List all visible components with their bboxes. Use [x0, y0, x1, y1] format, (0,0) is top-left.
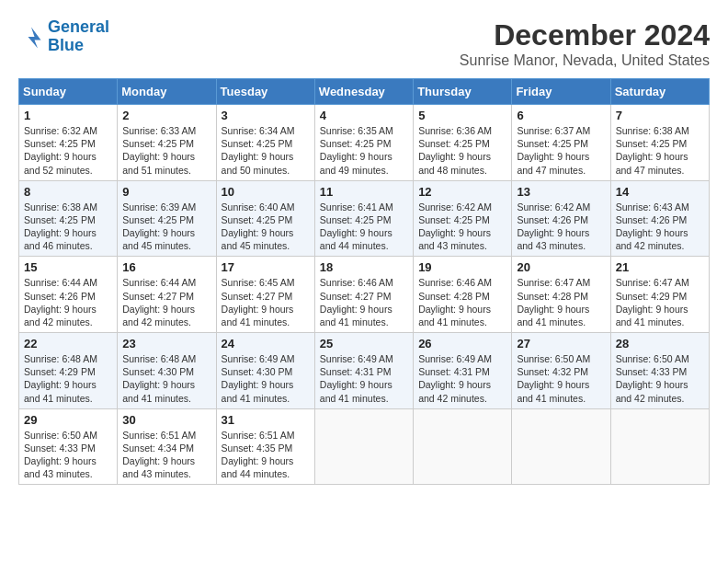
- logo-text: General Blue: [48, 18, 109, 55]
- day-number: 17: [222, 260, 310, 274]
- page-container: General Blue December 2024 Sunrise Manor…: [18, 18, 710, 485]
- calendar-cell: 2 Sunrise: 6:33 AMSunset: 4:25 PMDayligh…: [118, 105, 216, 181]
- day-number: 24: [222, 337, 310, 350]
- calendar-cell: 5 Sunrise: 6:36 AMSunset: 4:25 PMDayligh…: [414, 105, 512, 181]
- week-row-2: 8 Sunrise: 6:38 AMSunset: 4:25 PMDayligh…: [19, 180, 710, 257]
- calendar-cell: 8 Sunrise: 6:38 AMSunset: 4:25 PMDayligh…: [19, 180, 118, 257]
- day-info: Sunrise: 6:43 AMSunset: 4:26 PMDaylight:…: [616, 201, 689, 252]
- day-info: Sunrise: 6:46 AMSunset: 4:27 PMDaylight:…: [320, 277, 393, 327]
- calendar-cell: 3 Sunrise: 6:34 AMSunset: 4:25 PMDayligh…: [216, 105, 314, 181]
- col-tuesday: Tuesday: [216, 79, 314, 105]
- col-saturday: Saturday: [610, 79, 709, 105]
- day-number: 20: [517, 260, 605, 274]
- day-number: 12: [418, 185, 506, 199]
- day-number: 11: [320, 185, 408, 199]
- calendar-cell: 20 Sunrise: 6:47 AMSunset: 4:28 PMDaylig…: [512, 257, 610, 333]
- day-number: 13: [517, 185, 605, 199]
- logo: General Blue: [18, 18, 109, 55]
- main-title: December 2024: [460, 18, 710, 52]
- day-info: Sunrise: 6:44 AMSunset: 4:27 PMDaylight:…: [122, 277, 196, 327]
- calendar-cell: 31 Sunrise: 6:51 AMSunset: 4:35 PMDaylig…: [216, 408, 314, 485]
- day-number: 28: [616, 337, 704, 350]
- calendar-cell: 29 Sunrise: 6:50 AMSunset: 4:33 PMDaylig…: [19, 408, 118, 485]
- day-info: Sunrise: 6:47 AMSunset: 4:29 PMDaylight:…: [616, 277, 689, 327]
- calendar-table: Sunday Monday Tuesday Wednesday Thursday…: [18, 78, 710, 485]
- calendar-cell: 1 Sunrise: 6:32 AMSunset: 4:25 PMDayligh…: [19, 105, 118, 181]
- col-sunday: Sunday: [19, 79, 118, 105]
- calendar-cell: 19 Sunrise: 6:46 AMSunset: 4:28 PMDaylig…: [414, 257, 512, 333]
- col-wednesday: Wednesday: [314, 79, 413, 105]
- day-number: 5: [418, 109, 506, 122]
- day-info: Sunrise: 6:49 AMSunset: 4:31 PMDaylight:…: [320, 353, 393, 404]
- calendar-cell: 7 Sunrise: 6:38 AMSunset: 4:25 PMDayligh…: [610, 105, 709, 181]
- calendar-cell: 24 Sunrise: 6:49 AMSunset: 4:30 PMDaylig…: [216, 333, 314, 409]
- day-number: 4: [320, 109, 408, 122]
- day-info: Sunrise: 6:38 AMSunset: 4:25 PMDaylight:…: [24, 201, 97, 252]
- calendar-cell: 16 Sunrise: 6:44 AMSunset: 4:27 PMDaylig…: [118, 257, 216, 333]
- calendar-cell: 4 Sunrise: 6:35 AMSunset: 4:25 PMDayligh…: [314, 105, 413, 181]
- day-info: Sunrise: 6:50 AMSunset: 4:33 PMDaylight:…: [24, 430, 97, 480]
- day-info: Sunrise: 6:51 AMSunset: 4:34 PMDaylight:…: [122, 430, 196, 480]
- day-info: Sunrise: 6:33 AMSunset: 4:25 PMDaylight:…: [122, 125, 196, 176]
- calendar-cell: [610, 408, 709, 485]
- calendar-cell: 26 Sunrise: 6:49 AMSunset: 4:31 PMDaylig…: [414, 333, 512, 409]
- col-thursday: Thursday: [414, 79, 512, 105]
- week-row-5: 29 Sunrise: 6:50 AMSunset: 4:33 PMDaylig…: [19, 408, 710, 485]
- calendar-cell: 10 Sunrise: 6:40 AMSunset: 4:25 PMDaylig…: [216, 180, 314, 257]
- day-number: 26: [418, 337, 506, 350]
- calendar-cell: 25 Sunrise: 6:49 AMSunset: 4:31 PMDaylig…: [314, 333, 413, 409]
- calendar-cell: 6 Sunrise: 6:37 AMSunset: 4:25 PMDayligh…: [512, 105, 610, 181]
- day-number: 14: [616, 185, 704, 199]
- day-info: Sunrise: 6:39 AMSunset: 4:25 PMDaylight:…: [122, 201, 196, 252]
- day-number: 8: [24, 185, 112, 199]
- calendar-cell: 18 Sunrise: 6:46 AMSunset: 4:27 PMDaylig…: [314, 257, 413, 333]
- day-number: 21: [616, 260, 704, 274]
- calendar-cell: 17 Sunrise: 6:45 AMSunset: 4:27 PMDaylig…: [216, 257, 314, 333]
- calendar-cell: [512, 408, 610, 485]
- day-number: 27: [517, 337, 605, 350]
- calendar-cell: 11 Sunrise: 6:41 AMSunset: 4:25 PMDaylig…: [314, 180, 413, 257]
- day-info: Sunrise: 6:46 AMSunset: 4:28 PMDaylight:…: [418, 277, 492, 327]
- header: General Blue December 2024 Sunrise Manor…: [18, 18, 710, 69]
- day-info: Sunrise: 6:50 AMSunset: 4:33 PMDaylight:…: [616, 353, 689, 404]
- calendar-cell: 27 Sunrise: 6:50 AMSunset: 4:32 PMDaylig…: [512, 333, 610, 409]
- calendar-cell: 14 Sunrise: 6:43 AMSunset: 4:26 PMDaylig…: [610, 180, 709, 257]
- calendar-cell: 12 Sunrise: 6:42 AMSunset: 4:25 PMDaylig…: [414, 180, 512, 257]
- title-section: December 2024 Sunrise Manor, Nevada, Uni…: [460, 18, 710, 69]
- day-info: Sunrise: 6:49 AMSunset: 4:30 PMDaylight:…: [222, 353, 295, 404]
- calendar-cell: 28 Sunrise: 6:50 AMSunset: 4:33 PMDaylig…: [610, 333, 709, 409]
- day-info: Sunrise: 6:50 AMSunset: 4:32 PMDaylight:…: [517, 353, 590, 404]
- day-info: Sunrise: 6:40 AMSunset: 4:25 PMDaylight:…: [222, 201, 295, 252]
- day-number: 9: [122, 185, 210, 199]
- day-info: Sunrise: 6:38 AMSunset: 4:25 PMDaylight:…: [616, 125, 689, 176]
- day-number: 31: [222, 413, 310, 427]
- day-number: 10: [222, 185, 310, 199]
- day-number: 2: [122, 109, 210, 122]
- day-info: Sunrise: 6:42 AMSunset: 4:25 PMDaylight:…: [418, 201, 492, 252]
- calendar-cell: 30 Sunrise: 6:51 AMSunset: 4:34 PMDaylig…: [118, 408, 216, 485]
- day-info: Sunrise: 6:36 AMSunset: 4:25 PMDaylight:…: [418, 125, 492, 176]
- day-number: 3: [222, 109, 310, 122]
- col-monday: Monday: [118, 79, 216, 105]
- day-info: Sunrise: 6:48 AMSunset: 4:30 PMDaylight:…: [122, 353, 196, 404]
- day-number: 25: [320, 337, 408, 350]
- day-number: 22: [24, 337, 112, 350]
- day-info: Sunrise: 6:48 AMSunset: 4:29 PMDaylight:…: [24, 353, 97, 404]
- day-number: 7: [616, 109, 704, 122]
- calendar-cell: 21 Sunrise: 6:47 AMSunset: 4:29 PMDaylig…: [610, 257, 709, 333]
- day-number: 18: [320, 260, 408, 274]
- calendar-cell: 13 Sunrise: 6:42 AMSunset: 4:26 PMDaylig…: [512, 180, 610, 257]
- calendar-cell: [314, 408, 413, 485]
- day-info: Sunrise: 6:44 AMSunset: 4:26 PMDaylight:…: [24, 277, 97, 327]
- day-info: Sunrise: 6:51 AMSunset: 4:35 PMDaylight:…: [222, 430, 295, 480]
- day-info: Sunrise: 6:35 AMSunset: 4:25 PMDaylight:…: [320, 125, 393, 176]
- day-info: Sunrise: 6:34 AMSunset: 4:25 PMDaylight:…: [222, 125, 295, 176]
- calendar-cell: 23 Sunrise: 6:48 AMSunset: 4:30 PMDaylig…: [118, 333, 216, 409]
- day-info: Sunrise: 6:47 AMSunset: 4:28 PMDaylight:…: [517, 277, 590, 327]
- calendar-cell: 22 Sunrise: 6:48 AMSunset: 4:29 PMDaylig…: [19, 333, 118, 409]
- day-number: 19: [418, 260, 506, 274]
- day-info: Sunrise: 6:49 AMSunset: 4:31 PMDaylight:…: [418, 353, 492, 404]
- calendar-cell: [414, 408, 512, 485]
- day-info: Sunrise: 6:37 AMSunset: 4:25 PMDaylight:…: [517, 125, 590, 176]
- day-info: Sunrise: 6:42 AMSunset: 4:26 PMDaylight:…: [517, 201, 590, 252]
